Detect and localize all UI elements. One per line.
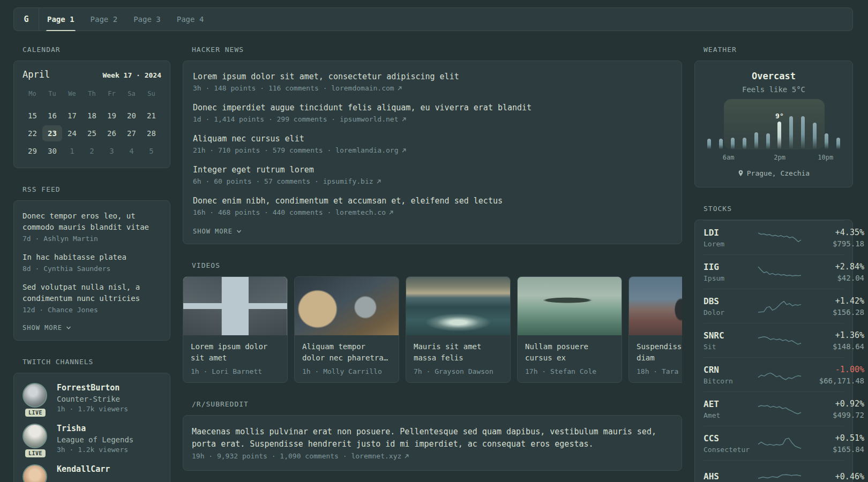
avatar	[23, 383, 47, 408]
weather-bar-wrap	[731, 138, 735, 149]
weather-bar-wrap	[719, 139, 723, 149]
rss-show-more-button[interactable]: SHOW MORE	[23, 324, 71, 332]
page-tab[interactable]: Page 2	[83, 8, 126, 31]
stock-ticker: SNRC	[704, 330, 757, 341]
stock-ticker: IIG	[704, 262, 757, 272]
weather-axis-label: 6am	[723, 154, 735, 161]
weather-condition: Overcast	[704, 71, 844, 81]
hackernews-item-title[interactable]: Lorem ipsum dolor sit amet, consectetur …	[193, 71, 672, 82]
twitch-channel-row[interactable]: LIVE KendallCarr	[23, 464, 161, 482]
hackernews-list: Lorem ipsum dolor sit amet, consectetur …	[193, 71, 672, 216]
stock-row: CCS Consectetur +0.51% $165.84	[704, 426, 844, 460]
external-link-icon	[376, 179, 381, 184]
twitch-channel-info: KendallCarr	[57, 464, 110, 482]
weather-axis-labels: 6am2pm10pm	[707, 154, 840, 162]
stock-sparkline	[757, 333, 802, 349]
stock-sparkline	[757, 230, 802, 246]
twitch-avatar-wrap: LIVE	[23, 383, 48, 413]
stock-values: +4.35% $795.18	[802, 228, 864, 248]
stock-name: Sit	[704, 343, 757, 351]
twitch-title: TWITCH CHANNELS	[23, 358, 170, 366]
calendar-date: 4	[122, 143, 141, 159]
hackernews-item-meta: 1d · 1,414 points · 299 comments · ipsum…	[193, 115, 672, 123]
video-card[interactable]: Suspendisse eget diam 18h · Tara	[628, 276, 682, 383]
hackernews-item: Donec enim nibh, condimentum et accumsan…	[193, 195, 672, 216]
rss-title: RSS FEED	[23, 185, 170, 193]
stock-id: CCS Consectetur	[704, 433, 757, 454]
hackernews-show-more-button[interactable]: SHOW MORE	[193, 228, 242, 235]
calendar-date: 19	[102, 108, 122, 124]
page-tab[interactable]: Page 3	[125, 8, 169, 31]
stock-name: Bitcorn	[704, 377, 757, 385]
calendar-date: 2	[82, 143, 102, 159]
page-tab[interactable]: Page 4	[169, 8, 212, 31]
weather-feels-like: Feels like 5°C	[704, 85, 844, 94]
calendar-date: 18	[82, 108, 102, 124]
video-thumbnail	[406, 277, 510, 335]
weather-bar-wrap	[825, 133, 828, 149]
hackernews-item-meta: 6h · 60 points · 57 comments · ipsumify.…	[193, 177, 672, 185]
hackernews-item: Lorem ipsum dolor sit amet, consectetur …	[193, 71, 672, 92]
rss-item: Sed volutpat nulla nisl, a condimentum n…	[23, 282, 161, 314]
hackernews-item-title[interactable]: Donec enim nibh, condimentum et accumsan…	[193, 195, 672, 207]
weather-bar	[731, 138, 735, 149]
stock-change: +1.36%	[802, 330, 864, 340]
weather-bar	[825, 133, 828, 149]
video-card[interactable]: Aliquam tempor dolor nec pharetra… 1h · …	[294, 276, 399, 383]
weather-bar-wrap	[743, 138, 746, 149]
video-thumbnail	[183, 277, 287, 335]
weather-bar-wrap: 9°	[777, 122, 781, 149]
weather-title: WEATHER	[704, 46, 853, 54]
stock-id: IIG Ipsum	[704, 262, 757, 282]
hackernews-item-title[interactable]: Integer eget rutrum lorem	[193, 164, 672, 176]
video-card[interactable]: Lorem ipsum dolor sit amet consectetu… 1…	[183, 276, 288, 383]
calendar-date: 27	[122, 125, 141, 141]
subreddit-card: Maecenas mollis pulvinar erat non posuer…	[183, 415, 682, 471]
videos-title: VIDEOS	[192, 261, 682, 269]
rss-item-title[interactable]: In hac habitasse platea	[23, 252, 161, 263]
location-pin-icon	[738, 170, 744, 177]
calendar-date: 28	[141, 125, 161, 141]
calendar-date: 3	[102, 143, 122, 159]
stock-id: CRN Bitcorn	[704, 365, 757, 385]
hackernews-item-title[interactable]: Donec imperdiet augue tincidunt felis al…	[193, 102, 672, 114]
twitch-channel-info: Trisha League of Legends 3h · 1.2k viewe…	[57, 424, 133, 454]
twitch-channel-row[interactable]: LIVE ForrestBurton Counter-Strike 1h · 1…	[23, 383, 161, 413]
rss-item-title[interactable]: Donec tempor eros leo, ut commodo mauris…	[23, 210, 161, 233]
rss-item-meta: 12d · Chance Jones	[23, 306, 161, 314]
stock-row: IIG Ipsum +2.84% $42.04	[704, 254, 844, 289]
stock-name: Dolor	[704, 308, 757, 317]
twitch-channel-info: ForrestBurton Counter-Strike 1h · 1.7k v…	[57, 383, 128, 413]
hackernews-item-title[interactable]: Aliquam nec cursus elit	[193, 133, 672, 145]
stock-ticker: AET	[704, 399, 757, 409]
stock-change: +0.92%	[802, 399, 864, 409]
weather-axis-label: 10pm	[818, 154, 833, 161]
weather-bar-wrap	[836, 138, 840, 149]
rss-list: Donec tempor eros leo, ut commodo mauris…	[23, 210, 161, 314]
stock-row: AET Amet +0.92% $499.72	[704, 391, 844, 426]
rss-card: Donec tempor eros leo, ut commodo mauris…	[13, 200, 170, 341]
video-title: Mauris sit amet massa felis	[414, 341, 503, 364]
rss-item-title[interactable]: Sed volutpat nulla nisl, a condimentum n…	[23, 282, 161, 304]
stock-sparkline-wrap	[757, 298, 802, 314]
rss-item: Donec tempor eros leo, ut commodo mauris…	[23, 210, 161, 243]
calendar-date: 21	[141, 108, 161, 124]
app-logo[interactable]: G	[14, 8, 39, 31]
stock-name: Amet	[704, 411, 757, 419]
right-column: WEATHER Overcast Feels like 5°C	[694, 46, 853, 482]
twitch-widget: TWITCH CHANNELS LIVE ForrestBurton	[13, 358, 170, 482]
video-card[interactable]: Mauris sit amet massa felis 7h · Grayson…	[406, 276, 511, 383]
twitch-channel-meta: 1h · 1.7k viewers	[57, 405, 128, 413]
video-card[interactable]: Nullam posuere cursus ex 17h · Stefan Co…	[517, 276, 622, 383]
weather-axis-label: 2pm	[774, 154, 785, 161]
calendar-card: April Week 17 · 2024 MoTuWeThFrSaSu 1516…	[13, 61, 170, 168]
calendar-date: 25	[82, 125, 102, 141]
calendar-date: 30	[42, 143, 62, 159]
rss-widget: RSS FEED Donec tempor eros leo, ut commo…	[13, 185, 170, 341]
twitch-channel-row[interactable]: LIVE Trisha League of Legends 3h · 1.2k …	[23, 424, 161, 454]
hackernews-item: Aliquam nec cursus elit 21h · 710 points…	[193, 133, 672, 154]
left-column: CALENDAR April Week 17 · 2024 MoTuWeThFr…	[13, 46, 170, 482]
page-tab[interactable]: Page 1	[39, 8, 83, 31]
subreddit-post-title[interactable]: Maecenas mollis pulvinar erat non posuer…	[192, 426, 673, 450]
weather-bar	[836, 138, 840, 149]
